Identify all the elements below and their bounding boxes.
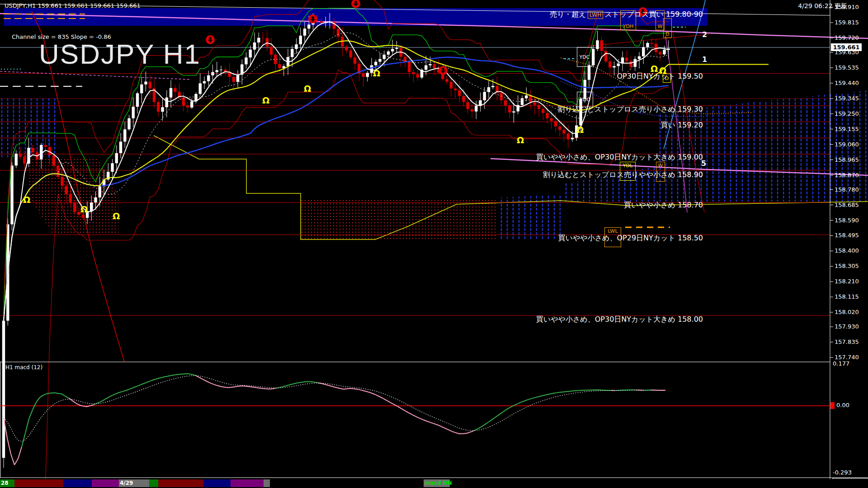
buy-marker-icon: Ω [517, 135, 524, 145]
price-tick-label: 159.815 [835, 19, 859, 26]
level-tag-label: D [664, 31, 671, 37]
wave-number: 1 [702, 55, 707, 64]
price-annotation: 割り込むとストップロス売り小さめ 159.30 [557, 105, 703, 114]
price-tick-label: 158.020 [835, 309, 859, 315]
price-tick-label: 158.685 [835, 202, 859, 208]
timeline-segment [149, 479, 158, 487]
price-annotation: 買いやや小さめ 158.70 [624, 201, 703, 210]
annotation-text: ストップロス買い 159.80-90 [604, 10, 703, 19]
wave-number: 5 [701, 159, 706, 168]
buy-marker-icon: Ω [373, 68, 380, 78]
timeline-bar[interactable]: 284/29macd ON [0, 479, 868, 488]
current-price-chip: 159.661 [831, 43, 862, 51]
price-annotation: 買いやや小さめ、OP30日NYカット大きめ 159.00 [536, 153, 703, 162]
wave-number: 2 [702, 30, 707, 39]
price-tick-label: 157.930 [835, 323, 859, 330]
level-tag-label: YDC [577, 54, 592, 60]
price-tick-label: 158.870 [835, 172, 859, 178]
price-tick-label: 159.155 [835, 126, 859, 132]
timeline-segment [264, 479, 270, 487]
symbol-watermark: USDJPY H1 [39, 38, 201, 70]
chart-canvas[interactable]: ΩΩΩΩΩΩΩΩΩΩ [0, 0, 868, 488]
timeline-segment [231, 479, 264, 487]
annotation-text: 売り・超え [550, 10, 586, 19]
price-annotation: 割り込むとストップロス売りやや小さめ 158.90 [543, 170, 703, 180]
level-tag-label: W [656, 163, 665, 169]
price-tick-label: 158.400 [835, 247, 859, 254]
price-tick-label: 159.250 [835, 110, 859, 117]
timeline-segment [14, 479, 63, 487]
level-tag: LWH [588, 11, 603, 19]
price-tick-label: 157.835 [835, 338, 859, 345]
price-tick-label: 159.345 [835, 95, 859, 102]
macd-min-label: -0.293 [833, 469, 852, 476]
update-timestamp: 4/29 06:22 更新 [798, 2, 847, 10]
price-tick-label: 158.305 [835, 263, 859, 269]
price-annotation: 買い 159.20 [661, 121, 703, 130]
level-tag-label: YDO [577, 97, 593, 103]
price-tick-label: 159.060 [835, 141, 859, 148]
chart-window: ΩΩΩΩΩΩΩΩΩΩ USDJPY,H1 159.661 159.661 159… [0, 0, 868, 488]
timeline-segment [158, 479, 203, 487]
timeline-label: macd ON [425, 480, 452, 486]
symbol-ohlc-line: USDJPY,H1 159.661 159.661 159.661 159.66… [5, 2, 141, 9]
price-annotation: 売り・超えLWHストップロス買い 159.80-90 [550, 10, 703, 19]
level-tag-label: YDH [621, 23, 636, 29]
price-tick-label: 158.115 [835, 293, 859, 300]
macd-max-label: 0.177 [833, 360, 849, 367]
price-annotation: 買いやや小さめ、OP29日NYカット 158.50 [558, 234, 703, 243]
timeline-segment [92, 479, 119, 487]
level-tag-box: D [663, 18, 672, 38]
timeline-segment: 28 [0, 479, 14, 487]
buy-marker-icon: Ω [262, 95, 269, 105]
price-tick-label: 159.440 [835, 80, 859, 86]
timeline-segment: macd ON [424, 479, 450, 487]
timeline-segment [63, 479, 92, 487]
macd-zero-label: 0.00 [836, 402, 849, 408]
price-tick-label: 157.740 [835, 354, 859, 361]
price-annotation: 買いやや小さめ、OP30日NYカット大きめ 158.00 [536, 315, 703, 324]
level-tag-label: YDL [620, 163, 635, 169]
price-tick-label: 158.780 [835, 186, 859, 193]
price-tick-label: 158.210 [835, 278, 859, 285]
timeline-label: 28 [1, 480, 9, 486]
buy-marker-icon: Ω [80, 204, 88, 214]
price-tick-label: 159.720 [835, 34, 859, 41]
timeline-segment: 4/29 [119, 479, 149, 487]
price-tick-label: 158.495 [835, 232, 859, 239]
buy-marker-icon: Ω [576, 125, 584, 135]
timeline-segment [203, 479, 231, 487]
buy-marker-icon: Ω [23, 195, 30, 205]
buy-marker-icon: Ω [113, 211, 120, 221]
channel-info-label: Channel size = 835 Slope = -0.86 [12, 33, 111, 40]
price-tick-label: 158.590 [835, 217, 859, 224]
price-tick-label: 158.965 [835, 156, 859, 163]
price-tick-label: 159.535 [835, 64, 859, 71]
buy-marker-icon: Ω [304, 84, 311, 94]
macd-indicator-label: H1 macd (12) [5, 364, 42, 371]
price-annotation: OP30日NYカット 159.50 [617, 72, 703, 81]
level-tag-box: YDC [577, 47, 592, 67]
timeline-label: 4/29 [120, 480, 133, 486]
